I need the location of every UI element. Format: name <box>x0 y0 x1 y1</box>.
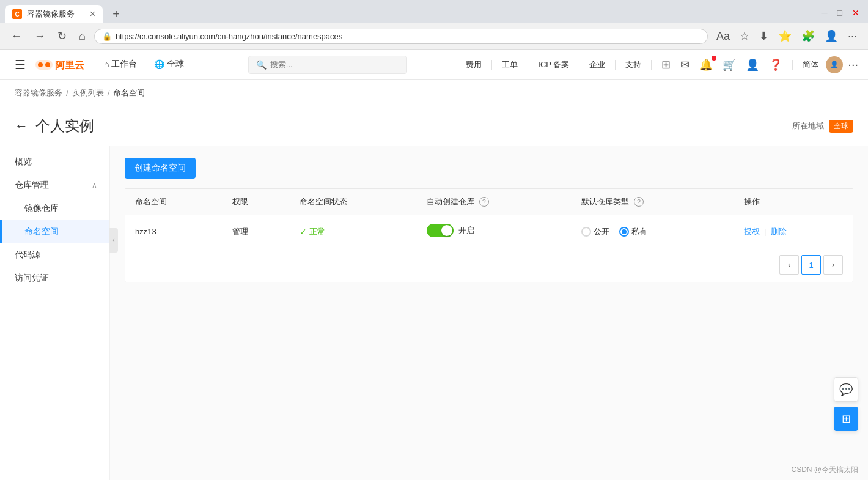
main-layout: 概览 仓库管理 ∧ 镜像仓库 命名空间 代码源 访问凭证 创建命名空间 <box>0 146 868 480</box>
close-window-button[interactable]: ✕ <box>848 6 863 20</box>
breadcrumb-item-1[interactable]: 容器镜像服务 <box>15 87 62 98</box>
table-header: 命名空间 权限 命名空间状态 自动创建仓库 ? 默认 <box>125 189 853 215</box>
lang-switcher[interactable]: 简体 <box>800 59 821 70</box>
home-button[interactable]: ⌂ <box>75 28 89 45</box>
refresh-button[interactable]: ↻ <box>54 27 70 45</box>
breadcrumb-sep-2: / <box>108 89 110 98</box>
namespace-table: 命名空间 权限 命名空间状态 自动创建仓库 ? 默认 <box>125 188 853 282</box>
action-delete-link[interactable]: 删除 <box>771 227 787 236</box>
back-button[interactable]: ← <box>15 118 28 134</box>
message-icon[interactable]: ✉ <box>678 58 692 72</box>
cart-icon[interactable]: 🛒 <box>720 58 738 72</box>
address-text: https://cr.console.aliyun.com/cn-hangzho… <box>116 32 700 41</box>
user-avatar[interactable]: 👤 <box>826 56 843 73</box>
cell-status: ✓ 正常 <box>290 215 417 248</box>
radio-public[interactable]: 公开 <box>581 226 609 237</box>
tab-title: 容器镜像服务 <box>27 9 75 20</box>
notification-icon[interactable]: 🔔 <box>697 58 715 72</box>
toggle-thumb <box>441 225 452 236</box>
page-1-label: 1 <box>809 260 813 270</box>
sidebar-collapse-handle[interactable]: ‹ <box>109 228 118 253</box>
sidebar-item-access-credential[interactable]: 访问凭证 <box>0 267 109 290</box>
overview-label: 概览 <box>15 157 32 168</box>
menu-toggle-button[interactable]: ☰ <box>10 57 31 72</box>
col-auto-create: 自动创建仓库 ? <box>417 189 572 215</box>
notification-badge <box>712 56 716 61</box>
next-arrow-icon: › <box>832 260 834 269</box>
aliyun-logo-svg: 阿里云 <box>35 56 84 73</box>
sidebar-item-code-source[interactable]: 代码源 <box>0 243 109 267</box>
tab-favicon: C <box>12 9 22 19</box>
default-type-help-icon[interactable]: ? <box>634 197 644 207</box>
action-auth-link[interactable]: 授权 <box>744 227 760 236</box>
download-button[interactable]: ⬇ <box>756 27 772 45</box>
tab-close-button[interactable]: × <box>90 9 95 19</box>
status-badge: ✓ 正常 <box>300 226 407 237</box>
toggle-switch[interactable] <box>427 224 454 237</box>
create-namespace-button[interactable]: 创建命名空间 <box>125 158 196 179</box>
new-tab-button[interactable]: + <box>108 6 125 23</box>
namespace-label: 命名空间 <box>24 226 59 236</box>
forward-button[interactable]: → <box>31 28 49 45</box>
nav-enterprise[interactable]: 企业 <box>587 59 608 70</box>
sidebar: 概览 仓库管理 ∧ 镜像仓库 命名空间 代码源 访问凭证 <box>0 146 110 480</box>
translate-button[interactable]: Aa <box>713 28 734 45</box>
bookmark-button[interactable]: ⭐ <box>774 27 795 45</box>
svg-text:阿里云: 阿里云 <box>55 60 84 70</box>
floating-grid-button[interactable]: ⊞ <box>834 407 858 431</box>
next-page-button[interactable]: › <box>823 255 843 275</box>
sidebar-section-warehouse[interactable]: 仓库管理 ∧ <box>0 174 109 197</box>
person-icon[interactable]: 👤 <box>743 58 762 72</box>
global-icon: 🌐 <box>154 59 164 69</box>
access-credential-label: 访问凭证 <box>15 273 49 284</box>
auto-create-help-icon[interactable]: ? <box>479 197 489 207</box>
nav-support[interactable]: 支持 <box>623 59 644 70</box>
favorites-button[interactable]: ☆ <box>736 27 753 45</box>
browser-tabs: C 容器镜像服务 × + ─ □ ✕ <box>0 0 868 23</box>
breadcrumb-item-2[interactable]: 实例列表 <box>72 87 104 98</box>
floating-chat-button[interactable]: 💬 <box>834 377 858 402</box>
browser-extensions-button[interactable]: 🧩 <box>798 27 818 45</box>
page-1-button[interactable]: 1 <box>801 255 821 275</box>
region-info: 所在地域 全球 <box>792 120 853 133</box>
region-badge[interactable]: 全球 <box>829 120 853 133</box>
radio-private[interactable]: 私有 <box>619 226 647 237</box>
prev-arrow-icon: ‹ <box>788 260 790 269</box>
browser-tab-active[interactable]: C 容器镜像服务 × <box>5 5 103 23</box>
sidebar-item-overview[interactable]: 概览 <box>0 150 109 174</box>
col-permission: 权限 <box>223 189 290 215</box>
action-separator: | <box>764 227 766 236</box>
svg-rect-1 <box>38 62 43 67</box>
workbench-nav-item[interactable]: ⌂ 工作台 <box>97 50 144 80</box>
logo[interactable]: 阿里云 <box>35 56 84 73</box>
cell-auto-create: 开启 <box>417 215 572 248</box>
auto-create-toggle[interactable]: 开启 <box>427 224 474 237</box>
sidebar-item-image-warehouse[interactable]: 镜像仓库 <box>0 197 109 220</box>
nav-cost[interactable]: 费用 <box>463 59 484 70</box>
prev-page-button[interactable]: ‹ <box>779 255 799 275</box>
header-right: 费用 工单 ICP 备案 企业 支持 ⊞ ✉ 🔔 🛒 👤 ❓ 简体 👤 ··· <box>463 56 858 73</box>
radio-public-outer <box>581 227 591 237</box>
svg-rect-2 <box>45 62 50 67</box>
maximize-button[interactable]: □ <box>834 6 846 20</box>
minimize-button[interactable]: ─ <box>818 6 831 20</box>
search-input[interactable] <box>270 60 399 69</box>
help-icon[interactable]: ❓ <box>767 58 785 72</box>
sidebar-item-namespace[interactable]: 命名空间 <box>0 220 109 243</box>
browser-account-button[interactable]: 👤 <box>821 27 842 45</box>
image-warehouse-label: 镜像仓库 <box>24 203 59 213</box>
collapse-icon: ∧ <box>92 181 97 190</box>
back-button[interactable]: ← <box>7 28 26 45</box>
extensions-icon[interactable]: ⊞ <box>659 58 673 72</box>
header-more-button[interactable]: ··· <box>848 57 858 72</box>
col-default-type: 默认仓库类型 ? <box>572 189 734 215</box>
nav-ticket[interactable]: 工单 <box>499 59 520 70</box>
address-bar[interactable]: 🔒 https://cr.console.aliyun.com/cn-hangz… <box>94 29 708 44</box>
browser-more-button[interactable]: ··· <box>844 28 861 45</box>
divider2 <box>528 60 528 70</box>
page-title-bar: ← 个人实例 所在地域 全球 <box>0 106 868 146</box>
nav-icp[interactable]: ICP 备案 <box>535 59 572 70</box>
search-box[interactable]: 🔍 <box>248 56 407 74</box>
breadcrumb-sep-1: / <box>66 89 68 98</box>
global-nav-item[interactable]: 🌐 全球 <box>147 50 191 80</box>
